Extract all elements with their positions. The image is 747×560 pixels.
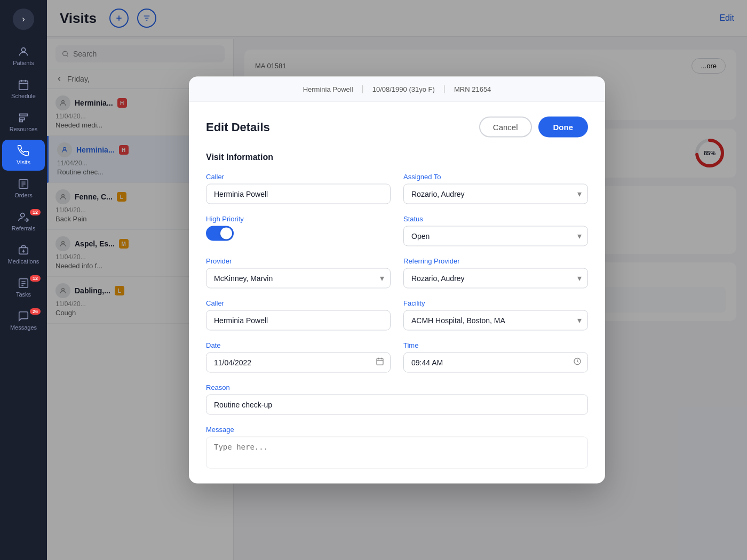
sidebar-item-messages[interactable]: Messages 26 xyxy=(2,305,45,336)
assigned-to-label: Assigned To xyxy=(403,173,588,181)
message-label: Message xyxy=(206,426,588,434)
sidebar-item-messages-label: Messages xyxy=(10,324,37,331)
cancel-button[interactable]: Cancel xyxy=(479,117,532,138)
facility-group: Facility ACMH Hospital, Boston, MA ▾ xyxy=(403,299,588,331)
sidebar-toggle[interactable]: › xyxy=(13,9,34,30)
reason-label: Reason xyxy=(206,383,588,391)
sidebar-item-orders[interactable]: Orders xyxy=(2,173,45,204)
sidebar-item-tasks[interactable]: Tasks 12 xyxy=(2,272,45,303)
sidebar-item-tasks-label: Tasks xyxy=(16,291,31,298)
provider-group: Provider McKinney, Marvin ▾ xyxy=(206,257,391,289)
form-grid: Caller Assigned To Rozario, Audrey ▾ Hi xyxy=(206,173,588,469)
facility-select[interactable]: ACMH Hospital, Boston, MA xyxy=(403,310,588,331)
high-priority-toggle[interactable] xyxy=(206,226,234,241)
referring-provider-select[interactable]: Rozario, Audrey xyxy=(403,268,588,289)
tasks-badge: 12 xyxy=(30,275,41,282)
svg-point-0 xyxy=(21,48,25,52)
svg-rect-14 xyxy=(19,279,28,288)
sidebar-item-schedule[interactable]: Schedule xyxy=(2,74,45,105)
time-label: Time xyxy=(403,341,588,349)
referring-provider-group: Referring Provider Rozario, Audrey ▾ xyxy=(403,257,588,289)
modal-title: Edit Details xyxy=(206,120,270,134)
sidebar-item-schedule-label: Schedule xyxy=(11,93,36,99)
messages-badge: 26 xyxy=(30,308,41,315)
toggle-knob xyxy=(220,228,232,239)
sidebar-item-resources[interactable]: Resources xyxy=(2,107,45,138)
caller-label: Caller xyxy=(206,173,391,181)
patient-mrn-header: MRN 21654 xyxy=(454,85,491,93)
done-button[interactable]: Done xyxy=(538,117,589,138)
patient-dob-header: 10/08/1990 (31yo F) xyxy=(372,85,435,93)
provider-select[interactable]: McKinney, Marvin xyxy=(206,268,391,289)
referring-provider-label: Referring Provider xyxy=(403,257,588,265)
high-priority-group: High Priority xyxy=(206,215,391,246)
svg-point-9 xyxy=(21,213,25,217)
status-label: Status xyxy=(403,215,588,223)
main-content: Visits Edit Friday, Herminia... xyxy=(47,0,747,560)
provider-select-wrap: McKinney, Marvin ▾ xyxy=(206,268,391,289)
patient-name-header: Herminia Powell xyxy=(303,85,353,93)
status-select[interactable]: Open xyxy=(403,226,588,246)
referring-provider-select-wrap: Rozario, Audrey ▾ xyxy=(403,268,588,289)
date-group: Date xyxy=(206,341,391,373)
svg-rect-1 xyxy=(19,81,28,90)
date-input[interactable] xyxy=(206,353,391,373)
high-priority-label: High Priority xyxy=(206,215,391,223)
time-input[interactable] xyxy=(403,353,588,373)
status-group: Status Open ▾ xyxy=(403,215,588,246)
time-input-wrap xyxy=(403,353,588,373)
date-label: Date xyxy=(206,341,391,349)
modal-body: Edit Details Cancel Done Visit Informati… xyxy=(189,102,605,484)
reason-input[interactable] xyxy=(206,395,588,415)
sidebar: › Patients Schedule Resources Visits Ord… xyxy=(0,0,47,560)
caller2-group: Caller xyxy=(206,299,391,331)
sidebar-item-medications[interactable]: Medications xyxy=(2,239,45,270)
sidebar-item-medications-label: Medications xyxy=(8,258,39,265)
modal-header: Herminia Powell | 10/08/1990 (31yo F) | … xyxy=(189,77,605,102)
time-group: Time xyxy=(403,341,588,373)
edit-details-modal: Herminia Powell | 10/08/1990 (31yo F) | … xyxy=(189,77,605,484)
message-textarea[interactable] xyxy=(206,437,588,469)
assigned-to-select-wrap: Rozario, Audrey ▾ xyxy=(403,184,588,204)
caller-group: Caller xyxy=(206,173,391,204)
sidebar-item-visits-label: Visits xyxy=(17,159,30,165)
message-group: Message xyxy=(206,426,588,469)
sidebar-item-orders-label: Orders xyxy=(14,192,33,198)
caller2-input[interactable] xyxy=(206,310,391,331)
date-input-wrap xyxy=(206,353,391,373)
assigned-to-select[interactable]: Rozario, Audrey xyxy=(403,184,588,204)
modal-actions: Cancel Done xyxy=(479,117,588,138)
reason-group: Reason xyxy=(206,383,588,415)
sidebar-item-referrals-label: Referrals xyxy=(12,225,36,231)
facility-label: Facility xyxy=(403,299,588,307)
provider-label: Provider xyxy=(206,257,391,265)
sidebar-item-resources-label: Resources xyxy=(10,126,38,132)
sidebar-item-visits[interactable]: Visits xyxy=(2,140,45,171)
assigned-to-group: Assigned To Rozario, Audrey ▾ xyxy=(403,173,588,204)
section-title: Visit Information xyxy=(206,153,588,162)
caller2-label: Caller xyxy=(206,299,391,307)
sidebar-item-referrals[interactable]: Referrals 12 xyxy=(2,206,45,237)
facility-select-wrap: ACMH Hospital, Boston, MA ▾ xyxy=(403,310,588,331)
caller-input[interactable] xyxy=(206,184,391,204)
status-select-wrap: Open ▾ xyxy=(403,226,588,246)
modal-title-row: Edit Details Cancel Done xyxy=(206,117,588,138)
referrals-badge: 12 xyxy=(30,209,41,215)
sidebar-item-patients-label: Patients xyxy=(13,60,34,66)
sidebar-item-patients[interactable]: Patients xyxy=(2,41,45,71)
